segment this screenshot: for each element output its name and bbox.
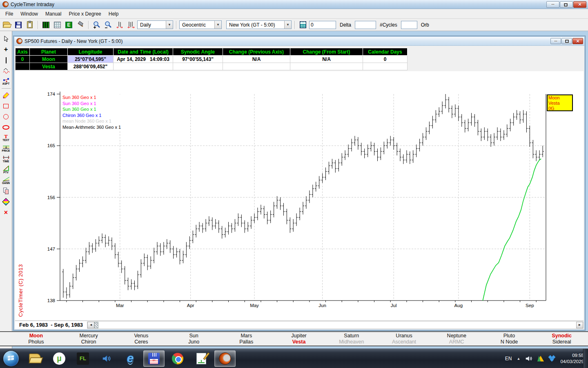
ephemeris-book-icon[interactable]: [0, 197, 12, 206]
menu-file[interactable]: File: [2, 10, 17, 18]
volume-tray-icon[interactable]: [525, 355, 532, 362]
language-indicator[interactable]: EN: [505, 356, 512, 361]
compress-bars-button[interactable]: [114, 20, 125, 30]
vertical-line-icon[interactable]: [0, 56, 12, 65]
location-dropdown[interactable]: New York (GT - 5:00) ▼: [226, 20, 292, 29]
minimize-button[interactable]: [546, 1, 559, 8]
planet-strip-item[interactable]: Mars: [241, 333, 252, 339]
save-button[interactable]: [13, 20, 23, 30]
show-hidden-icons-button[interactable]: ▲: [517, 357, 521, 361]
planet-strip-item[interactable]: Sidereal: [552, 339, 571, 345]
chart-window: SP500 Futures - Daily - New York (GT - 5…: [13, 36, 585, 330]
orb-input[interactable]: [401, 21, 417, 29]
planet-strip-item[interactable]: Pallas: [239, 339, 253, 345]
zoom-out-button[interactable]: [103, 20, 113, 30]
header-axis: Axis: [16, 48, 30, 56]
taskbar-fxl-button[interactable]: FL: [72, 350, 94, 367]
pointer-icon[interactable]: [0, 34, 12, 43]
menu-price-x-degree[interactable]: Price x Degree: [65, 10, 105, 18]
menu-help[interactable]: Help: [105, 10, 122, 18]
chart-window-titlebar[interactable]: SP500 Futures - Daily - New York (GT - 5…: [14, 37, 584, 46]
child-close-button[interactable]: ×: [572, 38, 583, 44]
time-tool-icon[interactable]: TIME: [0, 155, 12, 164]
cell-longitude[interactable]: 25°07'04,595": [68, 56, 114, 63]
taskbar-chrome-button[interactable]: [167, 350, 188, 367]
chevron-down-icon[interactable]: ▼: [214, 21, 221, 29]
taskbar-notepad-button[interactable]: [191, 350, 212, 367]
horizontal-scrollbar[interactable]: ◄ ►: [87, 321, 584, 329]
pencil-icon[interactable]: [0, 91, 12, 100]
planet-strip-item[interactable]: Mercury: [80, 333, 98, 339]
cycles-input[interactable]: [355, 21, 376, 29]
planet-strip-item[interactable]: Neptune: [447, 333, 466, 339]
paste-button[interactable]: [24, 20, 35, 30]
zoom-in-button[interactable]: [91, 20, 102, 30]
planet-strip-item[interactable]: Saturn: [344, 333, 359, 339]
planet-strip-item[interactable]: Jupiter: [291, 333, 307, 339]
planet-strip-item[interactable]: Pholus: [28, 339, 44, 345]
text-tool-icon[interactable]: TTEXT: [0, 133, 12, 142]
crosshair-icon[interactable]: +: [0, 45, 12, 54]
child-minimize-button[interactable]: [550, 38, 561, 44]
menu-window[interactable]: Window: [17, 10, 42, 18]
planet-strip-item[interactable]: Venus: [134, 333, 148, 339]
circle-tool-icon[interactable]: [0, 112, 12, 121]
axis-overlay-box[interactable]: Moon Vesta 0G: [547, 94, 573, 111]
close-button[interactable]: ×: [573, 1, 586, 8]
planet-strip-item[interactable]: Uranus: [396, 333, 412, 339]
cell-longitude[interactable]: 288°06'09,452": [68, 63, 114, 70]
taskbar-floppy64-button[interactable]: 64: [143, 350, 165, 367]
menu-manual[interactable]: Manual: [42, 10, 65, 18]
delta-input[interactable]: [309, 21, 336, 29]
restore-button[interactable]: [560, 1, 573, 8]
waves-icon[interactable]: [0, 66, 12, 75]
tray-clock[interactable]: 09:55 04/03/2029: [560, 352, 584, 365]
child-maximize-button[interactable]: [561, 38, 572, 44]
planet-strip-item[interactable]: Moon: [29, 333, 43, 339]
planet-strip-item[interactable]: Vesta: [292, 339, 306, 345]
start-button[interactable]: [3, 351, 19, 366]
taskbar-explorer-button[interactable]: [25, 350, 46, 367]
ephemeris-button[interactable]: E: [64, 20, 74, 30]
rectangle-tool-icon[interactable]: [0, 101, 12, 110]
planet-strip-item[interactable]: ARMC: [449, 339, 464, 345]
ptv-tool-icon[interactable]: PTV: [0, 165, 12, 174]
scroll-left-button[interactable]: ◄: [87, 322, 94, 328]
planet-strip-item[interactable]: Sun: [189, 333, 198, 339]
taskbar-utorrent-button[interactable]: µ: [49, 350, 70, 367]
scroll-right-button[interactable]: ►: [576, 322, 583, 328]
taskbar-cycletimer-button[interactable]: [214, 350, 236, 367]
planet-strip-item[interactable]: Midheaven: [339, 339, 364, 345]
copy-icon[interactable]: [0, 186, 12, 195]
price-tool-icon[interactable]: PRICE: [0, 144, 12, 153]
planet-strip-item[interactable]: Ascendant: [392, 339, 416, 345]
new-chart-button[interactable]: [41, 20, 51, 30]
table-view-button[interactable]: [52, 20, 62, 30]
dropbox-icon[interactable]: [549, 356, 555, 361]
planet-strip-item[interactable]: Chiron: [81, 339, 96, 345]
taskbar-ie-button[interactable]: e: [120, 350, 141, 367]
expand-bars-button[interactable]: [126, 20, 136, 30]
planet-strip-item[interactable]: Juno: [188, 339, 199, 345]
planet-strip-item[interactable]: N Node: [501, 339, 518, 345]
coordinate-system-dropdown[interactable]: Geocentric ▼: [179, 20, 222, 29]
chevron-down-icon[interactable]: ▼: [284, 21, 291, 29]
planet-strip-item[interactable]: Synodic: [552, 333, 572, 339]
tools-button[interactable]: [75, 20, 85, 30]
delete-x-icon[interactable]: ×: [0, 208, 12, 217]
aspects-icon[interactable]: ASPT: [0, 77, 12, 86]
cell-calendar-days: 0: [363, 56, 408, 63]
period-dropdown[interactable]: Daily ▼: [137, 20, 173, 29]
ellipse-tool-icon[interactable]: [0, 123, 12, 132]
chevron-down-icon[interactable]: ▼: [166, 21, 173, 29]
scrollbar-thumb[interactable]: [94, 322, 98, 328]
taskbar-volume-app-button[interactable]: [96, 350, 117, 367]
calculator-button[interactable]: [298, 20, 308, 30]
scrollbar-track[interactable]: [98, 322, 576, 328]
planet-strip-item[interactable]: Ceres: [134, 339, 148, 345]
gann-tool-icon[interactable]: GANN: [0, 176, 12, 185]
show-desktop-button[interactable]: [583, 349, 588, 368]
planet-strip-item[interactable]: Pluto: [503, 333, 515, 339]
google-drive-icon[interactable]: [537, 356, 544, 361]
open-file-button[interactable]: [2, 20, 12, 30]
